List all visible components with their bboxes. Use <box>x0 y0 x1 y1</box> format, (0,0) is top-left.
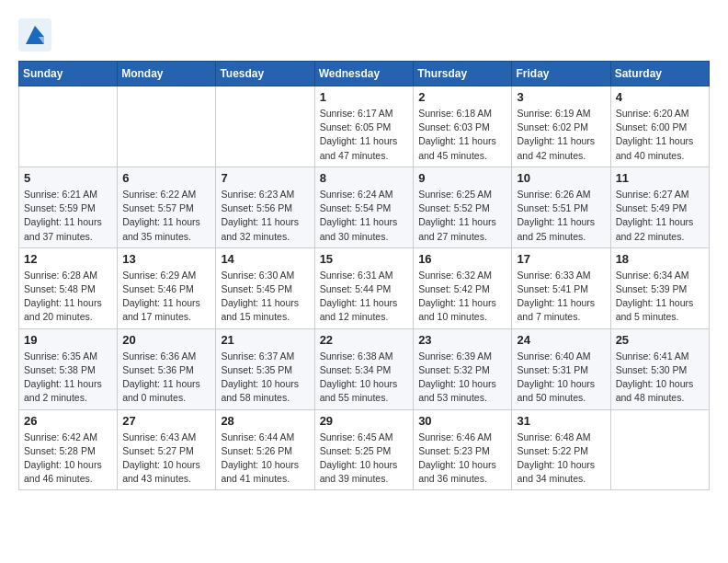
day-cell-9: 9Sunrise: 6:25 AM Sunset: 5:52 PM Daylig… <box>414 167 512 247</box>
empty-cell <box>118 86 216 167</box>
day-cell-20: 20Sunrise: 6:36 AM Sunset: 5:36 PM Dayli… <box>118 328 216 409</box>
day-cell-18: 18Sunrise: 6:34 AM Sunset: 5:39 PM Dayli… <box>610 247 709 328</box>
day-info-7: Sunrise: 6:23 AM Sunset: 5:56 PM Dayligh… <box>221 188 309 244</box>
day-info-6: Sunrise: 6:22 AM Sunset: 5:57 PM Dayligh… <box>122 188 210 244</box>
week-row-1: 1Sunrise: 6:17 AM Sunset: 6:05 PM Daylig… <box>19 86 710 167</box>
week-row-2: 5Sunrise: 6:21 AM Sunset: 5:59 PM Daylig… <box>19 167 710 247</box>
day-number-15: 15 <box>320 252 409 266</box>
day-number-26: 26 <box>24 414 112 428</box>
day-cell-11: 11Sunrise: 6:27 AM Sunset: 5:49 PM Dayli… <box>610 167 709 247</box>
day-number-7: 7 <box>221 171 309 185</box>
day-number-25: 25 <box>616 333 704 347</box>
day-number-2: 2 <box>418 90 506 104</box>
day-number-3: 3 <box>517 90 605 104</box>
weekday-header-row: SundayMondayTuesdayWednesdayThursdayFrid… <box>19 62 710 86</box>
logo <box>18 18 55 52</box>
day-number-13: 13 <box>122 252 210 266</box>
day-info-11: Sunrise: 6:27 AM Sunset: 5:49 PM Dayligh… <box>616 188 704 244</box>
day-cell-14: 14Sunrise: 6:30 AM Sunset: 5:45 PM Dayli… <box>216 247 314 328</box>
day-cell-25: 25Sunrise: 6:41 AM Sunset: 5:30 PM Dayli… <box>610 328 709 409</box>
day-cell-27: 27Sunrise: 6:43 AM Sunset: 5:27 PM Dayli… <box>118 409 216 490</box>
day-number-16: 16 <box>418 252 506 266</box>
day-info-31: Sunrise: 6:48 AM Sunset: 5:22 PM Dayligh… <box>517 431 605 487</box>
day-info-20: Sunrise: 6:36 AM Sunset: 5:36 PM Dayligh… <box>122 350 210 406</box>
calendar-table: SundayMondayTuesdayWednesdayThursdayFrid… <box>18 61 710 490</box>
day-number-18: 18 <box>616 252 704 266</box>
day-cell-26: 26Sunrise: 6:42 AM Sunset: 5:28 PM Dayli… <box>19 409 118 490</box>
day-number-23: 23 <box>418 333 506 347</box>
day-cell-3: 3Sunrise: 6:19 AM Sunset: 6:02 PM Daylig… <box>512 86 610 167</box>
day-info-3: Sunrise: 6:19 AM Sunset: 6:02 PM Dayligh… <box>517 107 605 163</box>
day-number-14: 14 <box>221 252 309 266</box>
day-info-24: Sunrise: 6:40 AM Sunset: 5:31 PM Dayligh… <box>517 350 605 406</box>
day-info-25: Sunrise: 6:41 AM Sunset: 5:30 PM Dayligh… <box>616 350 704 406</box>
day-number-4: 4 <box>616 90 704 104</box>
day-info-13: Sunrise: 6:29 AM Sunset: 5:46 PM Dayligh… <box>122 269 210 325</box>
day-info-2: Sunrise: 6:18 AM Sunset: 6:03 PM Dayligh… <box>418 107 506 163</box>
weekday-header-thursday: Thursday <box>414 62 512 86</box>
day-cell-4: 4Sunrise: 6:20 AM Sunset: 6:00 PM Daylig… <box>610 86 709 167</box>
weekday-header-wednesday: Wednesday <box>314 62 414 86</box>
day-number-21: 21 <box>221 333 309 347</box>
day-info-1: Sunrise: 6:17 AM Sunset: 6:05 PM Dayligh… <box>320 107 409 163</box>
day-number-22: 22 <box>320 333 409 347</box>
day-cell-6: 6Sunrise: 6:22 AM Sunset: 5:57 PM Daylig… <box>118 167 216 247</box>
day-cell-22: 22Sunrise: 6:38 AM Sunset: 5:34 PM Dayli… <box>314 328 414 409</box>
day-info-17: Sunrise: 6:33 AM Sunset: 5:41 PM Dayligh… <box>517 269 605 325</box>
day-cell-1: 1Sunrise: 6:17 AM Sunset: 6:05 PM Daylig… <box>314 86 414 167</box>
weekday-header-tuesday: Tuesday <box>216 62 314 86</box>
day-cell-17: 17Sunrise: 6:33 AM Sunset: 5:41 PM Dayli… <box>512 247 610 328</box>
page-header <box>18 18 710 52</box>
weekday-header-sunday: Sunday <box>19 62 118 86</box>
week-row-3: 12Sunrise: 6:28 AM Sunset: 5:48 PM Dayli… <box>19 247 710 328</box>
day-info-4: Sunrise: 6:20 AM Sunset: 6:00 PM Dayligh… <box>616 107 704 163</box>
day-cell-29: 29Sunrise: 6:45 AM Sunset: 5:25 PM Dayli… <box>314 409 414 490</box>
day-info-19: Sunrise: 6:35 AM Sunset: 5:38 PM Dayligh… <box>24 350 112 406</box>
day-cell-28: 28Sunrise: 6:44 AM Sunset: 5:26 PM Dayli… <box>216 409 314 490</box>
day-number-20: 20 <box>122 333 210 347</box>
day-number-12: 12 <box>24 252 112 266</box>
day-info-26: Sunrise: 6:42 AM Sunset: 5:28 PM Dayligh… <box>24 431 112 487</box>
day-info-23: Sunrise: 6:39 AM Sunset: 5:32 PM Dayligh… <box>418 350 506 406</box>
day-info-27: Sunrise: 6:43 AM Sunset: 5:27 PM Dayligh… <box>122 431 210 487</box>
day-cell-31: 31Sunrise: 6:48 AM Sunset: 5:22 PM Dayli… <box>512 409 610 490</box>
empty-cell <box>216 86 314 167</box>
day-number-8: 8 <box>320 171 409 185</box>
day-number-28: 28 <box>221 414 309 428</box>
weekday-header-saturday: Saturday <box>610 62 709 86</box>
day-cell-10: 10Sunrise: 6:26 AM Sunset: 5:51 PM Dayli… <box>512 167 610 247</box>
weekday-header-friday: Friday <box>512 62 610 86</box>
logo-icon <box>18 18 51 52</box>
day-info-22: Sunrise: 6:38 AM Sunset: 5:34 PM Dayligh… <box>320 350 409 406</box>
day-cell-30: 30Sunrise: 6:46 AM Sunset: 5:23 PM Dayli… <box>414 409 512 490</box>
day-info-21: Sunrise: 6:37 AM Sunset: 5:35 PM Dayligh… <box>221 350 309 406</box>
day-number-10: 10 <box>517 171 605 185</box>
day-cell-16: 16Sunrise: 6:32 AM Sunset: 5:42 PM Dayli… <box>414 247 512 328</box>
day-info-5: Sunrise: 6:21 AM Sunset: 5:59 PM Dayligh… <box>24 188 112 244</box>
empty-cell <box>610 409 709 490</box>
day-info-15: Sunrise: 6:31 AM Sunset: 5:44 PM Dayligh… <box>320 269 409 325</box>
day-number-1: 1 <box>320 90 409 104</box>
day-info-29: Sunrise: 6:45 AM Sunset: 5:25 PM Dayligh… <box>320 431 409 487</box>
day-number-5: 5 <box>24 171 112 185</box>
day-info-28: Sunrise: 6:44 AM Sunset: 5:26 PM Dayligh… <box>221 431 309 487</box>
day-number-29: 29 <box>320 414 409 428</box>
day-number-27: 27 <box>122 414 210 428</box>
day-cell-19: 19Sunrise: 6:35 AM Sunset: 5:38 PM Dayli… <box>19 328 118 409</box>
day-number-31: 31 <box>517 414 605 428</box>
empty-cell <box>19 86 118 167</box>
day-cell-7: 7Sunrise: 6:23 AM Sunset: 5:56 PM Daylig… <box>216 167 314 247</box>
day-number-24: 24 <box>517 333 605 347</box>
weekday-header-monday: Monday <box>118 62 216 86</box>
day-number-30: 30 <box>418 414 506 428</box>
day-cell-13: 13Sunrise: 6:29 AM Sunset: 5:46 PM Dayli… <box>118 247 216 328</box>
day-cell-8: 8Sunrise: 6:24 AM Sunset: 5:54 PM Daylig… <box>314 167 414 247</box>
day-info-8: Sunrise: 6:24 AM Sunset: 5:54 PM Dayligh… <box>320 188 409 244</box>
week-row-4: 19Sunrise: 6:35 AM Sunset: 5:38 PM Dayli… <box>19 328 710 409</box>
day-cell-21: 21Sunrise: 6:37 AM Sunset: 5:35 PM Dayli… <box>216 328 314 409</box>
day-cell-23: 23Sunrise: 6:39 AM Sunset: 5:32 PM Dayli… <box>414 328 512 409</box>
day-info-30: Sunrise: 6:46 AM Sunset: 5:23 PM Dayligh… <box>418 431 506 487</box>
day-info-14: Sunrise: 6:30 AM Sunset: 5:45 PM Dayligh… <box>221 269 309 325</box>
day-number-19: 19 <box>24 333 112 347</box>
day-info-18: Sunrise: 6:34 AM Sunset: 5:39 PM Dayligh… <box>616 269 704 325</box>
